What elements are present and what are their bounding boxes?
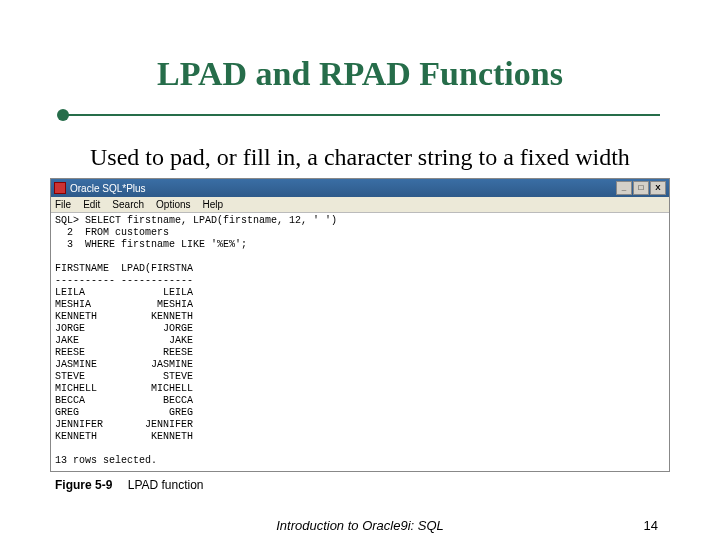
figure-number: Figure 5-9 [55,478,112,492]
page-number: 14 [644,518,658,533]
menu-edit[interactable]: Edit [83,199,100,210]
slide: LPAD and RPAD Functions Used to pad, or … [0,0,720,540]
titlebar: Oracle SQL*Plus _ □ X [51,179,669,197]
slide-title: LPAD and RPAD Functions [0,55,720,93]
menu-options[interactable]: Options [156,199,190,210]
menu-help[interactable]: Help [203,199,224,210]
rule-line [60,114,660,116]
maximize-button[interactable]: □ [633,181,649,195]
figure-caption: Figure 5-9 LPAD function [55,478,665,492]
menubar: File Edit Search Options Help [51,197,669,213]
sqlplus-window: Oracle SQL*Plus _ □ X File Edit Search O… [50,178,670,472]
rule-dot [57,109,69,121]
window-buttons: _ □ X [616,181,666,195]
body-text: Used to pad, or fill in, a character str… [90,142,630,172]
close-button[interactable]: X [650,181,666,195]
window-title: Oracle SQL*Plus [70,183,616,194]
menu-search[interactable]: Search [112,199,144,210]
footer-center: Introduction to Oracle9i: SQL [0,518,720,533]
console-output: SQL> SELECT firstname, LPAD(firstname, 1… [51,213,669,471]
figure-text: LPAD function [128,478,204,492]
minimize-button[interactable]: _ [616,181,632,195]
menu-file[interactable]: File [55,199,71,210]
title-rule [60,108,660,122]
app-icon [54,182,66,194]
